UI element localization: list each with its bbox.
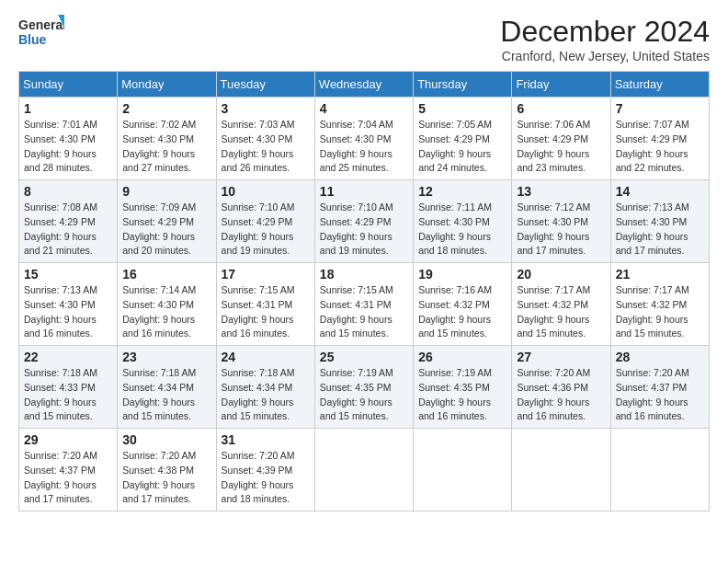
day-number: 28 [616, 350, 704, 364]
day-number: 24 [222, 350, 310, 364]
day-detail: Sunrise: 7:03 AM Sunset: 4:30 PM Dayligh… [222, 118, 310, 176]
day-number: 18 [320, 267, 408, 282]
calendar-col-header-wednesday: Wednesday [314, 72, 413, 98]
calendar-cell: 20 Sunrise: 7:17 AM Sunset: 4:32 PM Dayl… [512, 263, 610, 346]
day-detail: Sunrise: 7:20 AM Sunset: 4:36 PM Dayligh… [517, 366, 605, 424]
calendar-week-row: 15 Sunrise: 7:13 AM Sunset: 4:30 PM Dayl… [19, 263, 710, 346]
day-number: 7 [616, 101, 704, 116]
day-number: 19 [418, 267, 506, 282]
calendar-cell: 2 Sunrise: 7:02 AM Sunset: 4:30 PM Dayli… [118, 98, 216, 180]
calendar-cell: 27 Sunrise: 7:20 AM Sunset: 4:36 PM Dayl… [512, 346, 610, 429]
day-number: 10 [222, 184, 310, 199]
day-number: 8 [24, 184, 112, 199]
calendar-col-header-monday: Monday [118, 72, 216, 98]
day-detail: Sunrise: 7:20 AM Sunset: 4:37 PM Dayligh… [24, 449, 112, 507]
calendar-table: SundayMondayTuesdayWednesdayThursdayFrid… [18, 71, 710, 511]
day-number: 14 [616, 184, 704, 199]
svg-text:Blue: Blue [18, 32, 47, 47]
day-number: 2 [122, 101, 210, 116]
page-header: General Blue December 2024 Cranford, New… [18, 15, 710, 63]
day-detail: Sunrise: 7:20 AM Sunset: 4:39 PM Dayligh… [222, 449, 310, 507]
location-title: Cranford, New Jersey, United States [500, 49, 710, 63]
day-detail: Sunrise: 7:08 AM Sunset: 4:29 PM Dayligh… [24, 201, 112, 259]
day-detail: Sunrise: 7:09 AM Sunset: 4:29 PM Dayligh… [122, 201, 210, 259]
day-detail: Sunrise: 7:20 AM Sunset: 4:37 PM Dayligh… [616, 366, 704, 424]
calendar-cell: 14 Sunrise: 7:13 AM Sunset: 4:30 PM Dayl… [610, 180, 709, 263]
day-number: 3 [222, 101, 310, 116]
day-number: 29 [24, 432, 112, 447]
calendar-cell: 12 Sunrise: 7:11 AM Sunset: 4:30 PM Dayl… [414, 180, 512, 263]
day-detail: Sunrise: 7:04 AM Sunset: 4:30 PM Dayligh… [320, 118, 408, 176]
day-detail: Sunrise: 7:02 AM Sunset: 4:30 PM Dayligh… [122, 118, 210, 176]
calendar-cell: 3 Sunrise: 7:03 AM Sunset: 4:30 PM Dayli… [216, 98, 314, 180]
calendar-cell: 30 Sunrise: 7:20 AM Sunset: 4:38 PM Dayl… [118, 429, 216, 511]
day-number: 6 [517, 101, 605, 116]
day-number: 4 [320, 101, 408, 116]
day-detail: Sunrise: 7:17 AM Sunset: 4:32 PM Dayligh… [517, 283, 605, 341]
calendar-cell: 11 Sunrise: 7:10 AM Sunset: 4:29 PM Dayl… [314, 180, 413, 263]
day-number: 27 [517, 350, 605, 364]
calendar-col-header-sunday: Sunday [19, 72, 118, 98]
day-detail: Sunrise: 7:10 AM Sunset: 4:29 PM Dayligh… [320, 201, 408, 259]
calendar-cell: 19 Sunrise: 7:16 AM Sunset: 4:32 PM Dayl… [414, 263, 512, 346]
title-block: December 2024 Cranford, New Jersey, Unit… [500, 15, 710, 63]
logo: General Blue [18, 15, 64, 55]
day-detail: Sunrise: 7:01 AM Sunset: 4:30 PM Dayligh… [24, 118, 112, 176]
calendar-col-header-friday: Friday [512, 72, 610, 98]
day-detail: Sunrise: 7:19 AM Sunset: 4:35 PM Dayligh… [418, 366, 506, 424]
calendar-col-header-saturday: Saturday [610, 72, 709, 98]
calendar-week-row: 29 Sunrise: 7:20 AM Sunset: 4:37 PM Dayl… [19, 429, 710, 511]
day-number: 21 [616, 267, 704, 282]
day-number: 1 [24, 101, 112, 116]
calendar-cell: 15 Sunrise: 7:13 AM Sunset: 4:30 PM Dayl… [19, 263, 118, 346]
calendar-cell: 31 Sunrise: 7:20 AM Sunset: 4:39 PM Dayl… [216, 429, 314, 511]
calendar-cell: 6 Sunrise: 7:06 AM Sunset: 4:29 PM Dayli… [512, 98, 610, 180]
day-detail: Sunrise: 7:17 AM Sunset: 4:32 PM Dayligh… [616, 283, 704, 341]
calendar-cell: 7 Sunrise: 7:07 AM Sunset: 4:29 PM Dayli… [610, 98, 709, 180]
calendar-cell: 23 Sunrise: 7:18 AM Sunset: 4:34 PM Dayl… [118, 346, 216, 429]
calendar-cell: 28 Sunrise: 7:20 AM Sunset: 4:37 PM Dayl… [610, 346, 709, 429]
day-detail: Sunrise: 7:18 AM Sunset: 4:34 PM Dayligh… [122, 366, 210, 424]
day-number: 13 [517, 184, 605, 199]
day-detail: Sunrise: 7:15 AM Sunset: 4:31 PM Dayligh… [320, 283, 408, 341]
calendar-week-row: 1 Sunrise: 7:01 AM Sunset: 4:30 PM Dayli… [19, 98, 710, 180]
day-detail: Sunrise: 7:14 AM Sunset: 4:30 PM Dayligh… [122, 283, 210, 341]
calendar-cell: 21 Sunrise: 7:17 AM Sunset: 4:32 PM Dayl… [610, 263, 709, 346]
logo-svg: General Blue [18, 15, 64, 55]
calendar-col-header-tuesday: Tuesday [216, 72, 314, 98]
calendar-cell: 1 Sunrise: 7:01 AM Sunset: 4:30 PM Dayli… [19, 98, 118, 180]
day-number: 17 [222, 267, 310, 282]
calendar-cell: 4 Sunrise: 7:04 AM Sunset: 4:30 PM Dayli… [314, 98, 413, 180]
day-detail: Sunrise: 7:13 AM Sunset: 4:30 PM Dayligh… [24, 283, 112, 341]
calendar-cell: 18 Sunrise: 7:15 AM Sunset: 4:31 PM Dayl… [314, 263, 413, 346]
day-number: 30 [122, 432, 210, 447]
svg-text:General: General [18, 17, 64, 32]
day-detail: Sunrise: 7:20 AM Sunset: 4:38 PM Dayligh… [122, 449, 210, 507]
calendar-cell: 26 Sunrise: 7:19 AM Sunset: 4:35 PM Dayl… [414, 346, 512, 429]
calendar-week-row: 8 Sunrise: 7:08 AM Sunset: 4:29 PM Dayli… [19, 180, 710, 263]
day-number: 16 [122, 267, 210, 282]
day-number: 15 [24, 267, 112, 282]
calendar-week-row: 22 Sunrise: 7:18 AM Sunset: 4:33 PM Dayl… [19, 346, 710, 429]
calendar-header-row: SundayMondayTuesdayWednesdayThursdayFrid… [19, 72, 710, 98]
calendar-cell [314, 429, 413, 511]
day-number: 5 [418, 101, 506, 116]
calendar-cell: 10 Sunrise: 7:10 AM Sunset: 4:29 PM Dayl… [216, 180, 314, 263]
day-number: 23 [122, 350, 210, 364]
calendar-cell: 17 Sunrise: 7:15 AM Sunset: 4:31 PM Dayl… [216, 263, 314, 346]
day-number: 9 [122, 184, 210, 199]
day-number: 11 [320, 184, 408, 199]
day-number: 26 [418, 350, 506, 364]
day-number: 31 [222, 432, 310, 447]
day-detail: Sunrise: 7:05 AM Sunset: 4:29 PM Dayligh… [418, 118, 506, 176]
calendar-cell: 22 Sunrise: 7:18 AM Sunset: 4:33 PM Dayl… [19, 346, 118, 429]
calendar-cell: 25 Sunrise: 7:19 AM Sunset: 4:35 PM Dayl… [314, 346, 413, 429]
month-title: December 2024 [500, 15, 710, 49]
day-number: 25 [320, 350, 408, 364]
day-number: 20 [517, 267, 605, 282]
calendar-cell: 13 Sunrise: 7:12 AM Sunset: 4:30 PM Dayl… [512, 180, 610, 263]
day-detail: Sunrise: 7:18 AM Sunset: 4:33 PM Dayligh… [24, 366, 112, 424]
calendar-col-header-thursday: Thursday [414, 72, 512, 98]
calendar-cell: 16 Sunrise: 7:14 AM Sunset: 4:30 PM Dayl… [118, 263, 216, 346]
day-detail: Sunrise: 7:18 AM Sunset: 4:34 PM Dayligh… [222, 366, 310, 424]
